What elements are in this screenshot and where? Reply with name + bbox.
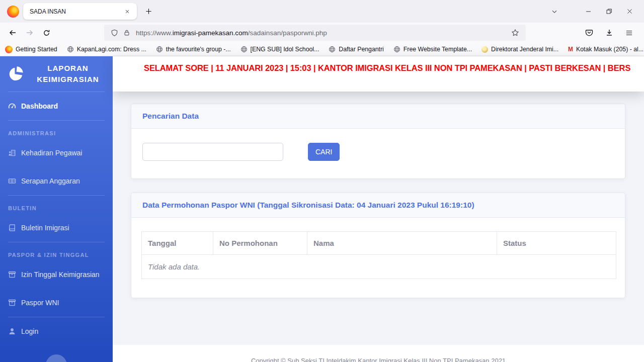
menu-hamburger-icon[interactable]: [622, 26, 636, 40]
sidebar-item-label: Buletin Imigrasi: [21, 224, 69, 232]
bookmark-item[interactable]: Free Website Template...: [393, 46, 472, 53]
globe-icon: [156, 46, 163, 53]
lock-icon[interactable]: [121, 29, 133, 36]
tab-title: SADA INSAN: [30, 8, 123, 15]
table-header-row: Tanggal No Permohonan Nama Status: [142, 232, 616, 255]
sidebar-item-label: Serapan Anggaran: [21, 177, 80, 185]
bookmark-item[interactable]: the favourite's group -...: [156, 46, 231, 53]
page-viewport: LAPORAN KEIMIGRASIAN Dashboard ADMINISTR…: [0, 56, 644, 362]
window-restore-button[interactable]: [599, 5, 619, 18]
sidebar-brand[interactable]: LAPORAN KEIMIGRASIAN: [0, 56, 113, 92]
reload-button[interactable]: [39, 26, 54, 40]
url-prefix: https://www.: [136, 29, 173, 37]
sidebar-item-label: Dashboard: [21, 102, 58, 110]
sidebar-item-izin-tinggal[interactable]: Izin Tinggal Keimigrasian: [0, 260, 113, 289]
user-icon: [8, 327, 16, 335]
sidebar-item-kehadiran-pegawai[interactable]: Kehadiran Pegawai: [0, 139, 113, 167]
new-tab-button[interactable]: [143, 6, 154, 17]
main-area: SELAMAT SORE | 11 JANUARI 2023 | 15:03 |…: [113, 56, 644, 362]
browser-tab-bar: SADA INSAN: [0, 0, 644, 23]
brand-line1: LAPORAN: [47, 64, 89, 72]
bookmark-label: KapanLagi.com: Dress ...: [77, 46, 146, 53]
sidebar-item-dashboard[interactable]: Dashboard: [0, 92, 113, 120]
pie-chart-icon: [7, 65, 24, 82]
bookmark-item[interactable]: M Kotak Masuk (205) - al...: [568, 46, 643, 53]
sidebar-item-serapan-anggaran[interactable]: Serapan Anggaran: [0, 167, 113, 195]
bookmark-item[interactable]: [ENG SUB] Idol School...: [240, 46, 319, 53]
sidebar-item-label: Login: [21, 327, 38, 335]
column-header-status: Status: [497, 232, 616, 255]
bookmarks-bar: Getting Started KapanLagi.com: Dress ...…: [0, 43, 644, 56]
sidebar-toggle-button[interactable]: [46, 354, 67, 362]
marquee-banner: SELAMAT SORE | 11 JANUARI 2023 | 15:03 |…: [113, 56, 644, 73]
url-bar[interactable]: https://www.imigrasi-pamekasan.com/sadai…: [104, 25, 526, 41]
bookmark-label: Direktorat Jenderal Imi...: [491, 46, 558, 53]
building-user-icon: [8, 149, 16, 157]
firefox-icon: [5, 46, 13, 53]
sidebar-heading-administrasi: ADMINISTRASI: [0, 121, 113, 139]
sidebar-item-login[interactable]: Login: [0, 317, 113, 345]
bookmark-label: the favourite's group -...: [166, 46, 231, 53]
search-card-body: CARI: [131, 129, 625, 178]
globe-icon: [329, 46, 336, 53]
topbar: SELAMAT SORE | 11 JANUARI 2023 | 15:03 |…: [113, 56, 644, 92]
search-card: Pencarian Data CARI: [131, 104, 625, 179]
archive-box-icon: [8, 270, 16, 279]
sidebar: LAPORAN KEIMIGRASIAN Dashboard ADMINISTR…: [0, 56, 113, 362]
emblem-icon: [481, 46, 488, 53]
bookmark-item[interactable]: Getting Started: [5, 46, 57, 53]
list-tabs-chevron-icon[interactable]: [544, 5, 565, 18]
sidebar-item-label: Paspor WNI: [21, 299, 59, 307]
data-table-wrapper: Tanggal No Permohonan Nama Status Tidak …: [131, 218, 625, 298]
bookmark-label: Kotak Masuk (205) - al...: [576, 46, 643, 53]
pocket-icon[interactable]: [582, 25, 597, 40]
column-header-nama: Nama: [307, 232, 497, 255]
globe-icon: [240, 46, 248, 53]
globe-icon: [393, 46, 400, 53]
bookmark-label: Free Website Template...: [404, 46, 472, 53]
search-input[interactable]: [142, 143, 283, 161]
brand-line2: KEIMIGRASIAN: [37, 75, 99, 83]
url-domain: imigrasi-pamekasan.com: [173, 29, 248, 37]
page-footer: Copyright © Sub Seksi TI Inteldakim Kant…: [113, 345, 644, 362]
sidebar-item-label: Kehadiran Pegawai: [21, 149, 82, 157]
page-content: Pencarian Data CARI Data Permohonan Pasp…: [113, 92, 644, 345]
archive-box-icon: [8, 299, 16, 307]
browser-navigation-bar: https://www.imigrasi-pamekasan.com/sadai…: [0, 23, 644, 43]
forward-button: [22, 25, 37, 40]
table-row: Tidak ada data.: [142, 255, 616, 279]
brand-title: LAPORAN KEIMIGRASIAN: [29, 63, 107, 85]
bookmark-label: Getting Started: [16, 46, 57, 53]
url-path: /sadainsan/pasporwni.php: [248, 29, 327, 37]
shield-icon[interactable]: [108, 29, 121, 37]
firefox-icon: [7, 6, 19, 18]
data-card-title: Data Permohonan Paspor WNI (Tanggal Sikr…: [131, 193, 625, 218]
sidebar-item-buletin-imigrasi[interactable]: Buletin Imigrasi: [0, 214, 113, 242]
search-button[interactable]: CARI: [308, 143, 340, 161]
data-table: Tanggal No Permohonan Nama Status Tidak …: [141, 231, 616, 279]
bookmark-item[interactable]: KapanLagi.com: Dress ...: [67, 46, 146, 53]
window-minimize-button[interactable]: [578, 5, 599, 18]
download-icon[interactable]: [602, 25, 617, 40]
tab-close-icon[interactable]: [123, 7, 132, 16]
bookmark-item[interactable]: Direktorat Jenderal Imi...: [481, 46, 558, 53]
globe-icon: [67, 46, 74, 53]
data-card: Data Permohonan Paspor WNI (Tanggal Sikr…: [131, 193, 625, 298]
search-card-title: Pencarian Data: [131, 104, 625, 129]
sidebar-item-paspor-wni[interactable]: Paspor WNI: [0, 289, 113, 317]
empty-table-message: Tidak ada data.: [142, 255, 616, 279]
column-header-tanggal: Tanggal: [142, 232, 213, 255]
bookmark-label: Daftar Pengantri: [339, 46, 384, 53]
window-close-button[interactable]: [619, 5, 640, 18]
sidebar-item-label: Izin Tinggal Keimigrasian: [21, 270, 100, 279]
browser-tab[interactable]: SADA INSAN: [23, 3, 137, 20]
url-text: https://www.imigrasi-pamekasan.com/sadai…: [136, 29, 327, 37]
tachometer-icon: [8, 102, 16, 110]
gmail-icon: M: [568, 46, 573, 52]
bookmark-item[interactable]: Daftar Pengantri: [329, 46, 384, 53]
column-header-no-permohonan: No Permohonan: [213, 232, 307, 255]
bookmark-star-icon[interactable]: [509, 29, 522, 37]
money-bill-icon: [8, 177, 16, 185]
copyright-text: Copyright © Sub Seksi TI Inteldakim Kant…: [113, 345, 644, 362]
back-button[interactable]: [5, 25, 20, 40]
